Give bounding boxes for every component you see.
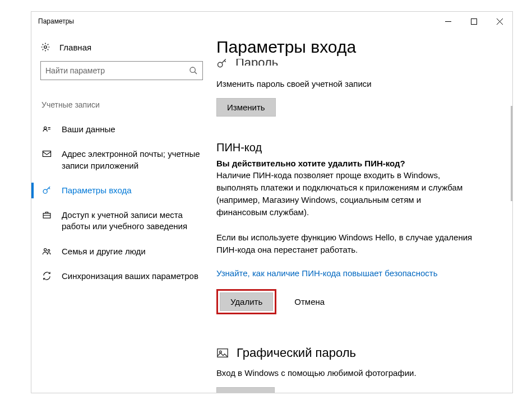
sidebar-item-sync[interactable]: Синхронизация ваших параметров bbox=[40, 264, 216, 289]
sidebar-item-family[interactable]: Семья и другие люди bbox=[40, 239, 216, 264]
sidebar: Главная Учетные записи Ваши данные bbox=[31, 31, 216, 393]
delete-pin-button[interactable]: Удалить bbox=[220, 292, 273, 311]
search-box[interactable] bbox=[40, 61, 203, 80]
cancel-pin-button[interactable]: Отмена bbox=[284, 293, 335, 310]
maximize-button[interactable] bbox=[461, 12, 487, 30]
sidebar-item-label: Синхронизация ваших параметров bbox=[62, 271, 198, 282]
svg-point-1 bbox=[44, 46, 47, 49]
sidebar-item-email-accounts[interactable]: Адрес электронной почты; учетные записи … bbox=[40, 142, 216, 178]
gear-icon bbox=[40, 42, 50, 52]
delete-highlight: Удалить bbox=[216, 289, 276, 314]
close-button[interactable] bbox=[487, 12, 512, 30]
titlebar: Параметры bbox=[31, 12, 512, 31]
settings-window: Параметры Главная bbox=[31, 11, 513, 393]
svg-point-5 bbox=[43, 189, 47, 193]
password-section-header: Пароль bbox=[216, 57, 509, 68]
sidebar-item-work-school[interactable]: Доступ к учетной записи места работы или… bbox=[40, 203, 216, 239]
picture-password-header: Графический пароль bbox=[216, 346, 509, 360]
sidebar-item-label: Ваши данные bbox=[62, 124, 115, 135]
search-icon bbox=[189, 66, 198, 75]
home-label: Главная bbox=[59, 43, 91, 52]
key-icon bbox=[216, 58, 229, 69]
main-panel: Параметры входа Пароль Изменить пароль с… bbox=[216, 31, 512, 393]
briefcase-icon bbox=[41, 210, 52, 220]
sidebar-item-label: Параметры входа bbox=[62, 185, 132, 196]
content: Главная Учетные записи Ваши данные bbox=[31, 31, 512, 393]
pin-desc: Наличие ПИН-кода позволяет проще входить… bbox=[216, 169, 469, 219]
minimize-button[interactable] bbox=[435, 12, 461, 30]
sidebar-item-your-info[interactable]: Ваши данные bbox=[40, 117, 216, 142]
pin-desc2: Если вы используете функцию Windows Hell… bbox=[216, 231, 474, 256]
home-button[interactable]: Главная bbox=[40, 36, 216, 61]
pin-learn-more-link[interactable]: Узнайте, как наличие ПИН-кода повышает б… bbox=[216, 268, 438, 278]
sync-icon bbox=[41, 271, 52, 281]
search-input[interactable] bbox=[45, 66, 189, 75]
picture-password-heading: Графический пароль bbox=[237, 346, 356, 360]
svg-point-2 bbox=[190, 67, 195, 72]
people-icon bbox=[41, 246, 52, 256]
svg-point-7 bbox=[44, 248, 46, 250]
sidebar-item-signin-options[interactable]: Параметры входа bbox=[40, 178, 216, 203]
svg-rect-6 bbox=[43, 213, 50, 219]
svg-rect-0 bbox=[471, 18, 477, 24]
page-title: Параметры входа bbox=[216, 38, 509, 57]
picture-password-desc: Вход в Windows с помощью любимой фотогра… bbox=[216, 367, 509, 379]
picture-icon bbox=[216, 347, 229, 359]
sidebar-item-label: Адрес электронной почты; учетные записи … bbox=[62, 148, 211, 171]
sidebar-item-label: Семья и другие люди bbox=[62, 246, 146, 257]
svg-point-3 bbox=[44, 127, 46, 129]
pin-question: Вы действительно хотите удалить ПИН-код? bbox=[216, 159, 509, 168]
password-heading: Пароль bbox=[235, 59, 278, 66]
sidebar-section-header: Учетные записи bbox=[40, 100, 216, 117]
password-desc: Изменить пароль своей учетной записи bbox=[216, 78, 509, 90]
add-picture-password-button[interactable]: Добавить bbox=[216, 387, 275, 393]
badge-icon bbox=[41, 124, 52, 134]
mail-icon bbox=[41, 148, 52, 159]
scrollbar-thumb[interactable] bbox=[511, 106, 512, 201]
sidebar-item-label: Доступ к учетной записи места работы или… bbox=[62, 210, 211, 233]
pin-heading: ПИН-код bbox=[216, 141, 509, 154]
window-title: Параметры bbox=[38, 17, 74, 25]
key-icon bbox=[41, 185, 52, 195]
pin-action-row: Удалить Отмена bbox=[216, 289, 509, 314]
svg-point-9 bbox=[218, 62, 223, 67]
change-password-button[interactable]: Изменить bbox=[216, 98, 276, 117]
svg-rect-4 bbox=[43, 151, 50, 157]
svg-point-8 bbox=[48, 249, 50, 252]
window-controls bbox=[435, 12, 512, 30]
